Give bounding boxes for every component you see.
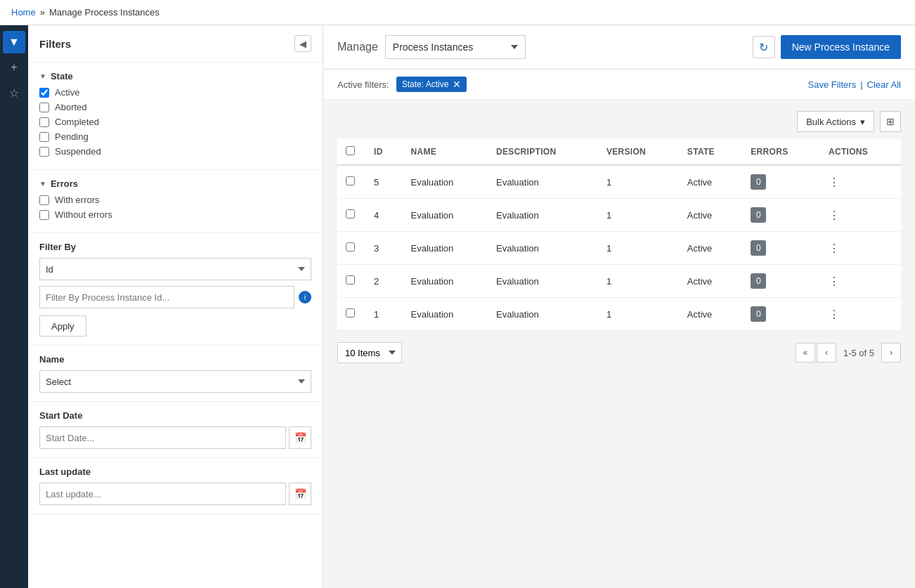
row-name: Evaluation — [403, 298, 488, 331]
without-errors-checkbox[interactable] — [39, 210, 49, 220]
active-filters-bar: Active filters: State: Active ✕ Save Fil… — [323, 70, 915, 100]
column-toggle-icon: ⊞ — [886, 116, 895, 127]
row-version: 1 — [598, 199, 679, 232]
start-date-input[interactable] — [39, 426, 286, 449]
row-actions-menu[interactable]: ⋮ — [829, 275, 841, 287]
active-filters-left: Active filters: State: Active ✕ — [337, 77, 467, 92]
start-date-calendar-button[interactable]: 📅 — [289, 426, 311, 449]
pagination-bar: 10 Items 20 Items 50 Items « ‹ 1-5 of 5 … — [337, 342, 901, 363]
row-description: Evaluation — [488, 265, 598, 298]
without-errors-item[interactable]: Without errors — [39, 209, 311, 220]
error-badge: 0 — [751, 174, 766, 190]
header-select-all — [337, 139, 365, 165]
row-id: 3 — [365, 232, 403, 265]
col-header-actions: Actions — [820, 139, 901, 165]
row-checkbox-cell — [337, 232, 365, 265]
filter-panel: Filters ◀ ▼ State Active Aborted Complet… — [28, 25, 323, 588]
process-instances-select[interactable]: Process Instances — [385, 35, 526, 59]
with-errors-checkbox[interactable] — [39, 195, 49, 205]
apply-button[interactable]: Apply — [39, 315, 86, 337]
state-completed-label: Completed — [55, 117, 99, 127]
new-process-instance-button[interactable]: New Process Instance — [781, 35, 901, 59]
filter-sidebar-icon[interactable]: ▼ — [3, 31, 25, 53]
filter-by-select[interactable]: Id Name Description — [39, 258, 311, 280]
row-checkbox[interactable] — [346, 308, 355, 318]
row-actions: ⋮ — [820, 199, 901, 232]
last-update-input[interactable] — [39, 483, 286, 505]
row-checkbox-cell — [337, 199, 365, 232]
row-checkbox[interactable] — [346, 242, 355, 251]
row-checkbox[interactable] — [346, 275, 355, 285]
with-errors-item[interactable]: With errors — [39, 195, 311, 205]
process-select-wrapper: Process Instances — [385, 35, 526, 59]
table-row: 1 Evaluation Evaluation 1 Active 0 ⋮ — [337, 298, 901, 331]
row-checkbox[interactable] — [346, 209, 355, 218]
row-id: 4 — [365, 199, 403, 232]
row-checkbox-cell — [337, 265, 365, 298]
row-actions-menu[interactable]: ⋮ — [829, 176, 841, 188]
row-actions-menu[interactable]: ⋮ — [829, 242, 841, 254]
row-name: Evaluation — [403, 265, 488, 298]
row-name: Evaluation — [403, 165, 488, 199]
sidebar-icons: ▼ + ☆ — [0, 25, 28, 588]
state-active-filter-tag: State: Active ✕ — [396, 77, 467, 92]
table-area: Bulk Actions ▾ ⊞ Id Name Descripti — [323, 100, 915, 374]
select-all-checkbox[interactable] — [346, 146, 355, 155]
state-aborted-checkbox[interactable] — [39, 103, 49, 112]
filter-collapse-button[interactable]: ◀ — [294, 35, 311, 52]
main-header: Manage Process Instances ↻ New Process I… — [323, 25, 915, 70]
last-update-section: Last update 📅 — [28, 458, 323, 514]
name-select[interactable]: Select — [39, 370, 311, 393]
last-update-calendar-button[interactable]: 📅 — [289, 483, 311, 505]
state-section-title[interactable]: ▼ State — [39, 71, 311, 81]
errors-section: ▼ Errors With errors Without errors — [28, 170, 323, 233]
star-sidebar-icon[interactable]: ☆ — [3, 81, 25, 104]
state-completed-checkbox[interactable] — [39, 117, 49, 127]
state-completed-item[interactable]: Completed — [39, 117, 311, 127]
filter-by-input[interactable] — [39, 286, 294, 308]
clear-all-link[interactable]: Clear All — [867, 79, 901, 90]
row-checkbox[interactable] — [346, 176, 355, 185]
state-active-tag-close[interactable]: ✕ — [453, 79, 461, 90]
state-active-item[interactable]: Active — [39, 87, 311, 98]
table-row: 2 Evaluation Evaluation 1 Active 0 ⋮ — [337, 265, 901, 298]
state-active-checkbox[interactable] — [39, 88, 49, 98]
row-version: 1 — [598, 165, 679, 199]
name-label: Name — [39, 354, 311, 365]
state-suspended-item[interactable]: Suspended — [39, 146, 311, 157]
save-filters-link[interactable]: Save Filters — [808, 79, 857, 90]
state-section: ▼ State Active Aborted Completed Pending — [28, 63, 323, 170]
state-pending-item[interactable]: Pending — [39, 131, 311, 142]
pagination-first-button[interactable]: « — [796, 343, 815, 362]
refresh-button[interactable]: ↻ — [753, 36, 775, 58]
state-caret: ▼ — [39, 72, 46, 80]
row-state: Active — [679, 298, 742, 331]
row-actions-menu[interactable]: ⋮ — [829, 308, 841, 320]
column-toggle-button[interactable]: ⊞ — [880, 111, 901, 132]
table-row: 3 Evaluation Evaluation 1 Active 0 ⋮ — [337, 232, 901, 265]
row-errors: 0 — [742, 298, 820, 331]
items-per-page-select[interactable]: 10 Items 20 Items 50 Items — [337, 342, 402, 363]
table-header-row: Id Name Description Version State Errors… — [337, 139, 901, 165]
pagination-prev-button[interactable]: ‹ — [817, 343, 836, 362]
row-id: 5 — [365, 165, 403, 199]
row-actions-menu[interactable]: ⋮ — [829, 209, 841, 221]
error-badge: 0 — [751, 273, 766, 289]
col-header-id: Id — [365, 139, 403, 165]
refresh-icon: ↻ — [759, 41, 768, 54]
row-description: Evaluation — [488, 165, 598, 199]
row-state: Active — [679, 165, 742, 199]
bulk-actions-button[interactable]: Bulk Actions ▾ — [797, 111, 874, 132]
errors-section-title[interactable]: ▼ Errors — [39, 178, 311, 189]
state-suspended-checkbox[interactable] — [39, 147, 49, 157]
row-id: 2 — [365, 265, 403, 298]
state-aborted-item[interactable]: Aborted — [39, 102, 311, 112]
filter-info-icon[interactable]: i — [299, 291, 311, 303]
start-date-section: Start Date 📅 — [28, 402, 323, 458]
active-filters-label: Active filters: — [337, 79, 389, 90]
plus-sidebar-icon[interactable]: + — [3, 56, 25, 79]
pagination-next-button[interactable]: › — [881, 343, 901, 362]
home-link[interactable]: Home — [11, 7, 36, 18]
last-update-calendar-icon: 📅 — [294, 488, 306, 499]
state-pending-checkbox[interactable] — [39, 132, 49, 142]
